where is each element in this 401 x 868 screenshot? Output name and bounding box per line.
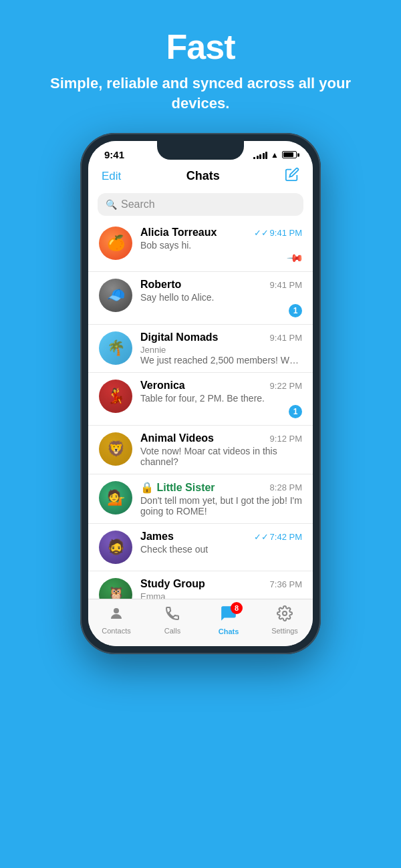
hero-title: Fast	[20, 27, 381, 67]
phone-screen: 9:41 ▲ Edit	[88, 141, 313, 646]
chat-preview-animal: Vote now! Moar cat videos in this channe…	[140, 446, 302, 467]
chat-header-veronica: Veronica 9:22 PM	[140, 380, 302, 392]
status-time: 9:41	[104, 149, 124, 160]
tab-chats[interactable]: 8 Chats	[200, 605, 257, 635]
chat-sender: Jennie	[140, 345, 302, 355]
chat-name-roberto: Roberto	[140, 279, 181, 291]
chat-header-james: James ✓✓ 7:42 PM	[140, 531, 302, 543]
hero-subtitle: Simple, reliable and synced across all y…	[20, 74, 381, 113]
avatar-sister: 💁	[99, 481, 132, 515]
chat-time: 9:12 PM	[270, 434, 302, 444]
chat-name-sister: 🔒 Little Sister	[140, 481, 215, 494]
hero-section: Fast Simple, reliable and synced across …	[0, 0, 401, 126]
chat-content-alicia: Alicia Torreaux ✓✓ 9:41 PM Bob says hi. …	[140, 227, 302, 265]
unread-badge: 1	[289, 304, 302, 317]
svg-point-0	[114, 608, 119, 613]
nav-bar: Edit Chats	[88, 164, 313, 190]
chat-content-animal: Animal Videos 9:12 PM Vote now! Moar cat…	[140, 432, 302, 467]
tab-label-contacts: Contacts	[102, 627, 130, 635]
chat-header-animal: Animal Videos 9:12 PM	[140, 432, 302, 444]
chat-time: 7:36 PM	[270, 579, 302, 589]
phone-notch	[157, 141, 244, 160]
chat-preview-veronica: Table for four, 2 PM. Be there.	[140, 393, 302, 404]
chat-header-alicia: Alicia Torreaux ✓✓ 9:41 PM	[140, 227, 302, 239]
chat-name-digital: Digital Nomads	[140, 331, 218, 343]
chat-content-veronica: Veronica 9:22 PM Table for four, 2 PM. B…	[140, 380, 302, 418]
compose-button[interactable]	[285, 167, 299, 185]
search-bar[interactable]: 🔍 Search	[98, 193, 303, 216]
chat-header-sister: 🔒 Little Sister 8:28 PM	[140, 481, 302, 494]
signal-icon	[253, 151, 267, 159]
contacts-icon	[108, 605, 124, 625]
tab-calls[interactable]: Calls	[144, 605, 200, 635]
avatar-animal: 🦁	[99, 432, 132, 466]
chat-preview-roberto: Say hello to Alice.	[140, 292, 302, 303]
wifi-icon: ▲	[271, 150, 279, 160]
chat-name-james: James	[140, 531, 174, 543]
tab-label-chats: Chats	[219, 627, 239, 635]
tab-bar: Contacts Calls 8 Chats Settings	[88, 599, 313, 646]
chat-time: 8:28 PM	[270, 482, 302, 492]
tab-label-calls: Calls	[164, 627, 180, 635]
chat-preview-james: Check these out	[140, 544, 302, 555]
chat-header-study: Study Group 7:36 PM	[140, 578, 302, 590]
edit-button[interactable]: Edit	[102, 170, 121, 183]
chat-time: 9:22 PM	[270, 381, 302, 391]
chat-content-james: James ✓✓ 7:42 PM Check these out	[140, 531, 302, 555]
chat-time: ✓✓ 7:42 PM	[254, 532, 302, 542]
chat-preview-sister: Don't tell mom yet, but I got the job! I…	[140, 495, 302, 517]
avatar-digital: 🌴	[99, 331, 132, 365]
chat-content-roberto: Roberto 9:41 PM Say hello to Alice. 1	[140, 279, 302, 317]
unread-badge: 1	[289, 405, 302, 418]
tab-settings[interactable]: Settings	[257, 605, 313, 635]
pin-icon: 📌	[286, 249, 305, 268]
settings-icon	[277, 605, 293, 625]
chat-item-veronica[interactable]: 💃 Veronica 9:22 PM Table for four, 2 PM.…	[88, 373, 313, 426]
chat-item-sister[interactable]: 💁 🔒 Little Sister 8:28 PM Don't tell mom…	[88, 474, 313, 524]
status-icons: ▲	[253, 150, 297, 160]
nav-title: Chats	[186, 169, 220, 183]
avatar-alicia: 🍊	[99, 227, 132, 260]
chat-name-animal: Animal Videos	[140, 432, 214, 444]
chat-name-veronica: Veronica	[140, 380, 185, 392]
chat-time: ✓✓ 9:41 PM	[254, 228, 302, 238]
chat-item-roberto[interactable]: 🧢 Roberto 9:41 PM Say hello to Alice. 1	[88, 272, 313, 325]
chat-content-sister: 🔒 Little Sister 8:28 PM Don't tell mom y…	[140, 481, 302, 517]
avatar-james: 🧔	[99, 531, 132, 564]
chat-header-roberto: Roberto 9:41 PM	[140, 279, 302, 291]
chat-item-james[interactable]: 🧔 James ✓✓ 7:42 PM Check these out	[88, 524, 313, 571]
tab-label-settings: Settings	[271, 627, 298, 635]
svg-point-1	[283, 611, 287, 615]
chats-icon-wrap: 8	[220, 605, 237, 626]
screen-content: 9:41 ▲ Edit	[88, 141, 313, 646]
chat-content-digital: Digital Nomads 9:41 PM Jennie We just re…	[140, 331, 302, 366]
avatar-veronica: 💃	[99, 380, 132, 413]
chat-name-study: Study Group	[140, 578, 205, 590]
chat-time: 9:41 PM	[270, 333, 302, 343]
phone-frame: 9:41 ▲ Edit	[80, 133, 321, 654]
search-icon: 🔍	[106, 199, 117, 210]
chat-header-digital: Digital Nomads 9:41 PM	[140, 331, 302, 343]
calls-icon	[164, 605, 180, 625]
chats-badge: 8	[231, 602, 243, 614]
chat-item-digital[interactable]: 🌴 Digital Nomads 9:41 PM Jennie We just …	[88, 325, 313, 373]
chat-name-alicia: Alicia Torreaux	[140, 227, 217, 239]
chat-list: 🍊 Alicia Torreaux ✓✓ 9:41 PM Bob says hi…	[88, 220, 313, 646]
tab-contacts[interactable]: Contacts	[88, 605, 144, 635]
search-placeholder: Search	[121, 198, 155, 210]
avatar-roberto: 🧢	[99, 279, 132, 312]
battery-icon	[282, 151, 297, 158]
chat-preview-alicia: Bob says hi.	[140, 240, 302, 251]
chat-preview-digital: We just reached 2,500 members! WOO!	[140, 355, 302, 366]
chat-time: 9:41 PM	[270, 280, 302, 290]
chat-item-animal[interactable]: 🦁 Animal Videos 9:12 PM Vote now! Moar c…	[88, 426, 313, 474]
chat-item-alicia[interactable]: 🍊 Alicia Torreaux ✓✓ 9:41 PM Bob says hi…	[88, 220, 313, 272]
